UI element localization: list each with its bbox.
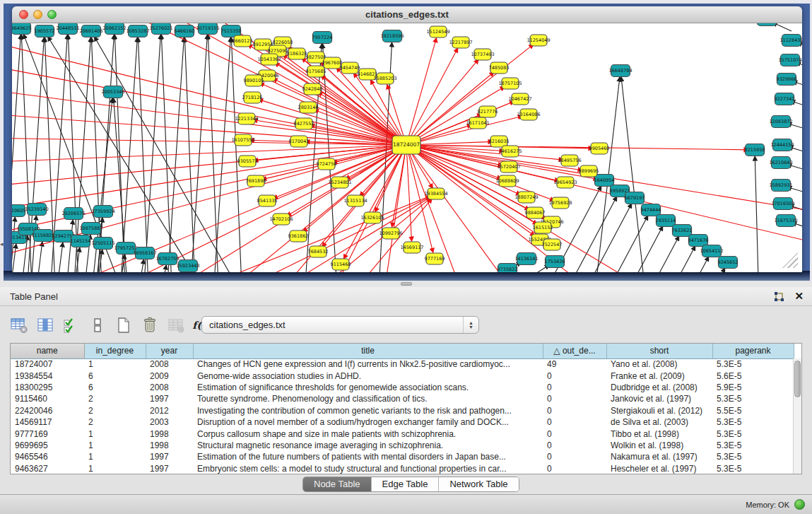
citation-edge[interactable] bbox=[668, 268, 725, 272]
tab-edge-table[interactable]: Edge Table bbox=[371, 477, 439, 491]
network-node[interactable]: 15276021 bbox=[149, 23, 172, 35]
network-node[interactable]: 10543362 bbox=[257, 54, 281, 65]
column-header-year[interactable]: year bbox=[146, 344, 193, 358]
network-node[interactable]: 9884067 bbox=[525, 207, 546, 218]
table-row[interactable]: 969969511998Structural magnetic resonanc… bbox=[11, 440, 794, 451]
citation-edge[interactable] bbox=[406, 38, 437, 145]
table-row[interactable]: 1938455462009Genome-wide association stu… bbox=[11, 370, 794, 381]
network-node[interactable]: 10719155 bbox=[196, 23, 219, 35]
network-node[interactable]: 7957224 bbox=[312, 32, 333, 44]
table-row[interactable]: 2242004622012Investigating the contribut… bbox=[11, 405, 794, 416]
memory-ok-indicator[interactable] bbox=[794, 499, 805, 510]
column-header-out-degree[interactable]: △ out_de... bbox=[543, 344, 606, 358]
network-node[interactable]: 9227342 bbox=[775, 93, 795, 105]
citation-edge[interactable] bbox=[406, 48, 458, 145]
network-node[interactable]: 6466160 bbox=[175, 25, 195, 37]
network-node[interactable]: 14136141 bbox=[514, 253, 538, 265]
network-node[interactable]: 1615152 bbox=[533, 222, 553, 233]
tab-node-table[interactable]: Node Table bbox=[303, 477, 371, 491]
network-node[interactable]: 7485083 bbox=[489, 62, 510, 74]
network-node[interactable]: 1905572 bbox=[35, 25, 55, 37]
network-node[interactable]: 9245652 bbox=[718, 257, 739, 269]
network-node[interactable]: 8186328 bbox=[287, 48, 307, 59]
network-node[interactable]: 9329966 bbox=[777, 74, 797, 86]
network-node[interactable]: 9361862 bbox=[288, 230, 309, 242]
network-node[interactable]: 1640954 bbox=[594, 175, 615, 187]
network-node[interactable]: 15720407 bbox=[497, 161, 520, 173]
network-node[interactable]: 12213344 bbox=[235, 113, 258, 124]
column-header-title[interactable]: title bbox=[193, 344, 543, 358]
network-node[interactable]: 15923448 bbox=[176, 260, 199, 272]
network-node[interactable]: 19756928 bbox=[548, 197, 572, 209]
network-node[interactable]: 9175685 bbox=[306, 66, 326, 77]
network-node[interactable]: 7522547 bbox=[542, 239, 563, 250]
network-node[interactable]: 10737493 bbox=[471, 49, 494, 60]
table-row[interactable]: 1872400712008Changes of HCN gene express… bbox=[11, 358, 794, 370]
network-node[interactable]: 15234801 bbox=[328, 177, 351, 188]
citation-edge[interactable] bbox=[652, 257, 709, 272]
table-row[interactable]: 1456911722003Disruption of a novel membe… bbox=[11, 416, 794, 428]
table-options-icon[interactable] bbox=[8, 315, 30, 336]
network-node[interactable]: 10853287 bbox=[126, 25, 149, 37]
citation-edge[interactable] bbox=[143, 35, 160, 272]
column-header-short[interactable]: short bbox=[606, 344, 712, 358]
citation-edge[interactable] bbox=[406, 145, 748, 150]
network-node[interactable]: 9115460 bbox=[331, 259, 351, 270]
table-vertical-scrollbar[interactable] bbox=[793, 358, 801, 474]
network-node[interactable]: 9899695 bbox=[579, 165, 599, 177]
citation-edge[interactable] bbox=[622, 236, 679, 272]
network-node[interactable]: 9649625 bbox=[12, 23, 31, 35]
table-row[interactable]: 977716911998Corpus callosum shape and si… bbox=[11, 428, 794, 439]
network-node[interactable]: 14616275 bbox=[498, 146, 522, 157]
network-node[interactable]: 16958167 bbox=[133, 247, 156, 259]
citation-edge[interactable] bbox=[406, 145, 412, 241]
network-node[interactable]: 16326105 bbox=[360, 212, 384, 223]
network-node[interactable]: 12444154 bbox=[770, 139, 794, 151]
citation-edge[interactable] bbox=[755, 156, 759, 272]
network-node[interactable]: 8660123 bbox=[233, 35, 253, 47]
network-node[interactable]: 2320605 bbox=[12, 205, 25, 217]
network-node[interactable]: 20448531 bbox=[56, 23, 79, 35]
network-node[interactable]: 14569117 bbox=[400, 242, 423, 253]
network-node[interactable]: 16107558 bbox=[231, 134, 254, 146]
citation-edge[interactable] bbox=[159, 265, 166, 272]
network-node[interactable]: 12505115 bbox=[91, 238, 114, 250]
network-node[interactable]: 19572024 bbox=[755, 23, 778, 26]
network-node[interactable]: 1145154 bbox=[71, 235, 91, 247]
network-node[interactable]: 9777169 bbox=[425, 253, 445, 264]
network-node[interactable]: 2803144 bbox=[298, 102, 319, 113]
citation-edge[interactable] bbox=[406, 59, 478, 145]
citation-edge[interactable] bbox=[259, 100, 406, 145]
network-node[interactable]: 8217776 bbox=[478, 106, 498, 117]
table-row[interactable]: 911546021997Tourette syndrome. Phenomeno… bbox=[11, 393, 794, 404]
network-node[interactable]: 17359924 bbox=[91, 206, 114, 218]
citation-edge[interactable] bbox=[621, 77, 647, 272]
network-node[interactable]: 7684532 bbox=[308, 246, 329, 257]
network-canvas[interactable]: 9649625190557220448531206914062086215210… bbox=[12, 23, 802, 272]
citation-edge[interactable] bbox=[231, 37, 242, 272]
network-view-window[interactable]: citations_edges.txt 96496251905572204485… bbox=[12, 6, 802, 272]
column-header-pagerank[interactable]: pagerank bbox=[712, 344, 794, 358]
network-node[interactable]: 7632621 bbox=[672, 225, 693, 237]
network-node[interactable]: 2935114 bbox=[656, 215, 676, 227]
network-node[interactable]: 10975887 bbox=[79, 223, 102, 235]
network-node[interactable]: 18807249 bbox=[514, 192, 538, 203]
network-node[interactable]: 20206576 bbox=[61, 208, 85, 220]
citation-edge[interactable] bbox=[213, 37, 230, 272]
column-header-name[interactable]: name bbox=[11, 344, 84, 358]
network-node[interactable]: 15239140 bbox=[25, 204, 48, 216]
citation-network-graph[interactable]: 9649625190557220448531206914062086215210… bbox=[12, 23, 802, 272]
network-node[interactable]: 10654112 bbox=[700, 245, 723, 257]
network-node[interactable]: 10992796 bbox=[379, 228, 402, 239]
network-node[interactable]: 12217897 bbox=[449, 37, 472, 48]
network-node[interactable]: 11315134 bbox=[343, 195, 367, 206]
network-node[interactable]: 10688609 bbox=[495, 175, 519, 187]
network-node[interactable]: 8427552 bbox=[294, 118, 314, 129]
show-columns-icon[interactable] bbox=[35, 315, 56, 336]
network-node[interactable]: 14702106 bbox=[269, 214, 293, 225]
network-node[interactable]: 15885203 bbox=[373, 73, 396, 84]
citation-edge[interactable] bbox=[119, 37, 137, 272]
network-node[interactable]: 8215958 bbox=[745, 144, 765, 156]
tab-network-table[interactable]: Network Table bbox=[438, 477, 518, 491]
network-node[interactable]: 19654923 bbox=[553, 177, 577, 188]
